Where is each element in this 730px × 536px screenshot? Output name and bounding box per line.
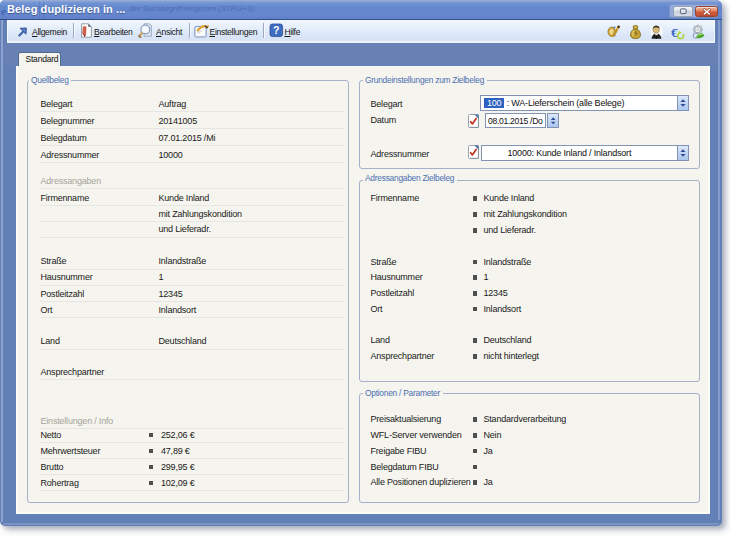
toolbar-item-allgemein[interactable]: Allgemein <box>32 27 67 37</box>
row-label: Land <box>371 334 390 347</box>
toolbar-item-einstellungen[interactable]: Einstellungen <box>209 27 257 37</box>
equals-bullet-icon <box>473 275 477 280</box>
row-label: Hausnummer <box>41 271 93 284</box>
row-label: Ansprechpartner <box>371 350 435 363</box>
row-separator <box>39 379 344 380</box>
toolbar-separator <box>189 23 190 39</box>
datum-spinner[interactable] <box>547 113 560 129</box>
spinner-arrows-icon <box>678 146 688 160</box>
svg-text:€: € <box>671 24 678 39</box>
equals-bullet-icon <box>473 260 477 265</box>
row-label: Hausnummer <box>371 271 423 284</box>
datum-checkbox[interactable] <box>468 114 479 128</box>
close-button[interactable] <box>695 6 719 18</box>
screen: e Beleg duplizieren in ... der Suchbegri… <box>0 0 730 536</box>
row-label: Ort <box>371 303 383 316</box>
section-header: Adressangaben <box>41 175 101 188</box>
restore-button[interactable] <box>673 6 694 17</box>
tab-label: Standard <box>26 54 59 64</box>
belegart-spinner[interactable] <box>677 96 688 110</box>
equals-bullet-icon <box>473 417 477 422</box>
row-value: Kunde Inland <box>159 192 210 205</box>
row-label: Brutto <box>41 461 64 474</box>
row-value: 102,09 € <box>161 477 194 490</box>
toolbar-item-hilfe[interactable]: Hilfe <box>284 27 300 37</box>
row-value: 07.01.2015 /Mi <box>159 132 216 145</box>
person-icon[interactable] <box>649 24 664 39</box>
row-value: und Lieferadr. <box>159 223 211 236</box>
frame-right-highlight <box>718 20 720 520</box>
row-label: Freigabe FIBU <box>371 445 427 458</box>
adressnummer-spinner[interactable] <box>677 146 688 160</box>
row-separator <box>39 111 344 112</box>
gear-run-icon[interactable] <box>691 24 706 39</box>
row-value: 10000 <box>159 149 183 162</box>
row-label: Belegdatum FIBU <box>371 461 439 474</box>
panel-adressangaben-legend: Adressangaben Zielbeleg <box>363 172 457 184</box>
row-value: nicht hinterlegt <box>484 350 539 363</box>
belegart-value: 100 : WA-Lieferschein (alle Belege) <box>484 97 624 110</box>
row-value: Kunde Inland <box>484 192 535 205</box>
toolbar-item-ansicht[interactable]: Ansicht <box>156 27 182 37</box>
panel-quellbeleg-legend: Quellbeleg <box>29 74 72 86</box>
equals-bullet-icon <box>473 354 477 359</box>
money-bag-icon[interactable] <box>628 24 643 39</box>
toolbar: AllgemeinBearbeitenAnsichtEinstellungen?… <box>7 20 716 42</box>
row-label: Straße <box>41 255 67 268</box>
window-wrench-icon <box>194 23 209 38</box>
panel-grundeinstellungen-legend: Grundeinstellungen zum Zielbeleg <box>363 74 487 86</box>
row-label: WFL-Server verwenden <box>371 429 462 442</box>
row-label: Firmenname <box>41 192 90 205</box>
row-separator <box>39 145 344 146</box>
price-edit-icon[interactable] <box>606 24 621 39</box>
row-label: Rohertrag <box>41 477 79 490</box>
euro-refresh-icon[interactable]: € <box>670 24 685 39</box>
row-label: Postleitzahl <box>371 287 415 300</box>
row-separator <box>39 128 344 129</box>
belegart-label: Belegart <box>371 98 403 111</box>
toolbar-separator <box>73 23 74 39</box>
row-value: Inlandstraße <box>484 256 532 269</box>
row-value: Auftrag <box>159 98 187 111</box>
row-value: und Lieferadr. <box>484 224 536 237</box>
background-search-hint: der Suchbegriff eingeben (STRG+S) <box>129 4 255 13</box>
equals-bullet-icon <box>149 465 153 470</box>
adressnummer-checkbox[interactable] <box>468 145 479 159</box>
row-label: Adressnummer <box>41 149 100 162</box>
row-label: Preisaktualsierung <box>371 413 441 426</box>
belegart-selected-text: 100 <box>484 98 504 108</box>
restore-icon <box>674 7 693 16</box>
row-value: Deutschland <box>159 335 207 348</box>
frame-left-highlight <box>1 2 3 522</box>
row-value: Inlandstraße <box>159 255 207 268</box>
equals-bullet-icon <box>473 291 477 296</box>
row-value: 12345 <box>484 287 508 300</box>
title-bar[interactable]: e Beleg duplizieren in ... der Suchbegri… <box>0 0 722 19</box>
datum-field[interactable]: 08.01.2015 /Do <box>485 113 546 129</box>
row-label: Land <box>41 335 60 348</box>
toolbar-item-bearbeiten[interactable]: Bearbeiten <box>94 27 133 37</box>
equals-bullet-icon <box>473 307 477 312</box>
row-value: Nein <box>484 429 502 442</box>
row-value: 299,95 € <box>161 461 194 474</box>
row-label: Firmenname <box>371 192 420 205</box>
adressnummer-combobox[interactable]: 10000: Kunde Inland / Inlandsort <box>481 145 690 161</box>
tab-standard[interactable]: Standard <box>18 52 61 66</box>
row-value: Inlandsort <box>484 303 522 316</box>
toolbar-separator <box>263 23 264 39</box>
row-value: 20141005 <box>159 115 197 128</box>
adressnummer-label: Adressnummer <box>371 148 430 161</box>
row-separator <box>39 349 344 350</box>
panel-optionen-legend: Optionen / Parameter <box>363 387 443 399</box>
equals-bullet-icon <box>473 449 477 454</box>
row-value: 1 <box>484 271 489 284</box>
row-value: Inlandsort <box>159 304 197 317</box>
datum-label: Datum <box>371 114 397 127</box>
belegart-combobox[interactable]: 100 : WA-Lieferschein (alle Belege) <box>480 95 689 111</box>
svg-text:?: ? <box>274 24 280 36</box>
row-label: Belegart <box>41 98 73 111</box>
equals-bullet-icon <box>149 433 153 438</box>
row-separator <box>39 301 344 302</box>
window-buttons-group <box>669 4 718 18</box>
row-separator <box>39 237 344 238</box>
